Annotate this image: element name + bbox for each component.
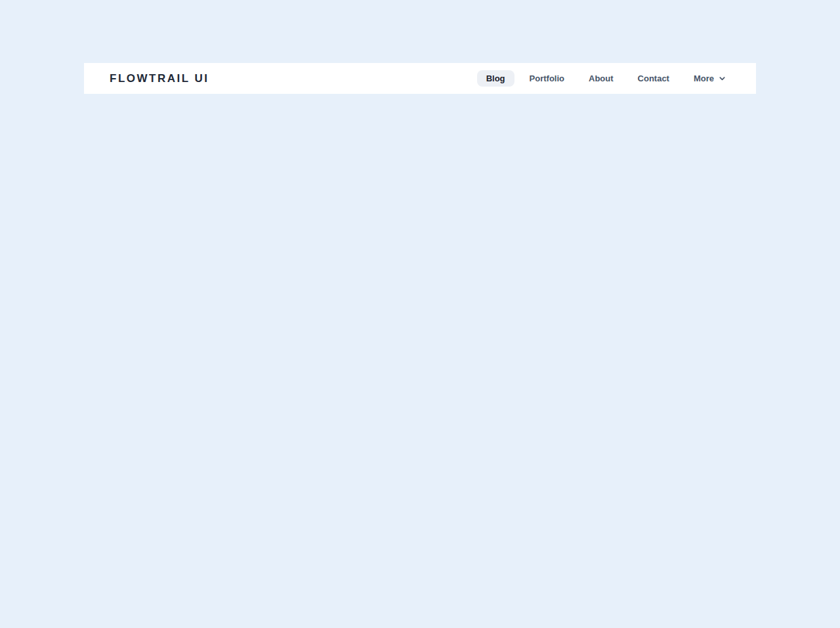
- nav-item-more-label: More: [694, 74, 714, 83]
- nav-item-blog[interactable]: Blog: [477, 70, 514, 87]
- nav-menu: Blog Portfolio About Contact More: [477, 70, 735, 87]
- chevron-down-icon: [719, 75, 726, 82]
- nav-item-contact[interactable]: Contact: [629, 70, 679, 87]
- logo[interactable]: FLOWTRAIL UI: [110, 72, 209, 85]
- top-navbar: FLOWTRAIL UI Blog Portfolio About Contac…: [84, 63, 756, 94]
- nav-item-about[interactable]: About: [579, 70, 623, 87]
- nav-item-more[interactable]: More: [684, 70, 735, 87]
- nav-item-portfolio[interactable]: Portfolio: [520, 70, 574, 87]
